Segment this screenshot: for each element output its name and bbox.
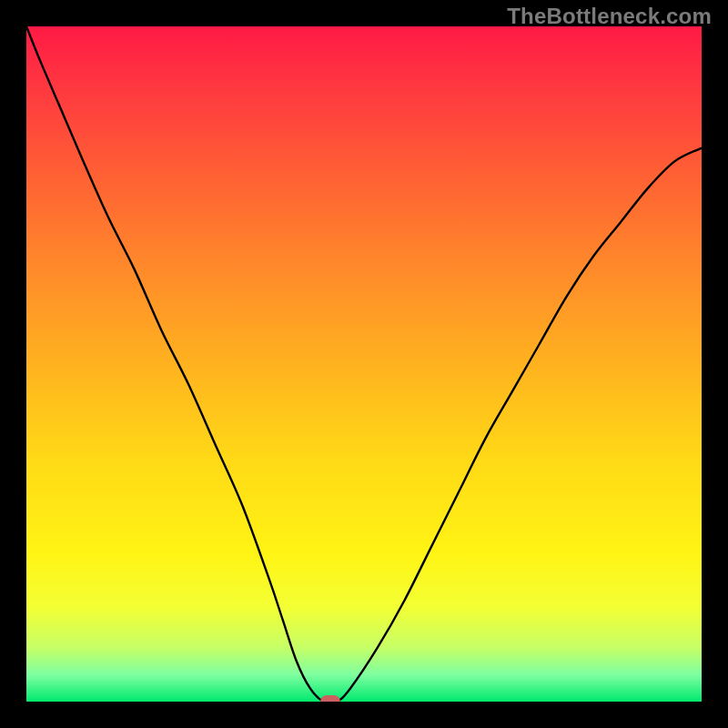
curve-path (26, 26, 702, 702)
bottleneck-curve (26, 26, 702, 702)
watermark-text: TheBottleneck.com (507, 4, 712, 29)
plot-area (26, 26, 702, 702)
chart-frame: TheBottleneck.com (0, 0, 728, 728)
optimal-point-marker (320, 695, 340, 702)
